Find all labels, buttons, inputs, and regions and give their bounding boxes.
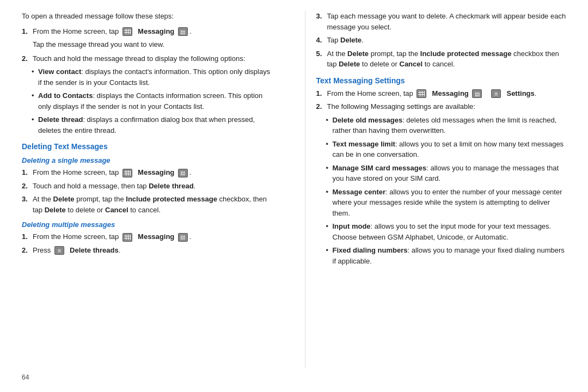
settings-menu-icon [491, 89, 501, 98]
bullet-view-contact: • View contact: displays the contact's i… [22, 66, 272, 88]
bullet-message-center-text: Message center: allows you to enter the … [333, 187, 567, 219]
two-column-layout: To open a threaded message follow these … [22, 11, 566, 368]
single-step-2-num: 2. [22, 181, 33, 192]
messaging-icon-2 [178, 169, 188, 177]
bullet-delete-thread: • Delete thread: displays a confirmation… [22, 114, 272, 136]
messaging-icon [178, 27, 188, 36]
deleting-text-messages-heading: Deleting Text Messages [22, 142, 272, 151]
messaging-icon-4 [472, 89, 482, 98]
intro-text: To open a threaded message follow these … [22, 11, 272, 22]
text-messaging-settings-heading: Text Messaging Settings [316, 76, 567, 85]
bullet-view-contact-text: View contact: displays the contact's inf… [38, 66, 272, 88]
grid-icon-2 [122, 169, 132, 177]
page: To open a threaded message follow these … [0, 0, 588, 392]
right-step-4: 4. Tap Delete. [316, 35, 567, 46]
messaging-icon-3 [178, 233, 188, 242]
single-step-1-num: 1. [22, 167, 33, 178]
bullet-dot: • [32, 66, 38, 88]
settings-step-2-content: The following Messaging settings are ava… [327, 101, 567, 112]
multiple-step-2-content: Press Delete threads. [33, 245, 272, 256]
bullet-fixed-dialing-text: Fixed dialing numbers: allows you to man… [333, 245, 567, 266]
bullet-message-center: • Message center: allows you to enter th… [316, 187, 567, 219]
bullet-sim-card: • Manage SIM card messages: allows you t… [316, 163, 567, 184]
settings-step-1-content: From the Home screen, tap Messaging Sett… [327, 88, 567, 99]
single-step-3: 3. At the Delete prompt, tap the Include… [22, 194, 272, 215]
step-1: 1. From the Home screen, tap Messaging . [22, 26, 272, 37]
bullet-input-mode: • Input mode: allows you to set the inpu… [316, 221, 567, 242]
grid-icon-4 [416, 89, 426, 98]
right-step-5-content: At the Delete prompt, tap the Include pr… [327, 48, 567, 70]
multiple-step-1-content: From the Home screen, tap Messaging . [33, 231, 272, 242]
multiple-step-2-num: 2. [22, 245, 33, 256]
bullet-dot: • [32, 90, 38, 112]
messaging-label: Messaging [138, 27, 174, 35]
bullet-text-limit-text: Text message limit: allows you to set a … [333, 139, 567, 160]
single-step-1-content: From the Home screen, tap Messaging . [33, 167, 272, 178]
bullet-fixed-dialing: • Fixed dialing numbers: allows you to m… [316, 245, 567, 266]
step-2-content: Touch and hold the message thread to dis… [33, 53, 272, 64]
multiple-step-1: 1. From the Home screen, tap Messaging . [22, 231, 272, 242]
step-2: 2. Touch and hold the message thread to … [22, 53, 272, 64]
right-column: 3. Tap each message you want to delete. … [305, 11, 567, 368]
right-step-5-num: 5. [316, 48, 327, 70]
multiple-step-2: 2. Press Delete threads. [22, 245, 272, 256]
deleting-multiple-subheading: Deleting multiple messages [22, 220, 272, 229]
bullet-sim-card-text: Manage SIM card messages: allows you to … [333, 163, 567, 184]
page-number: 64 [22, 373, 566, 381]
bullet-delete-old: • Delete old messages: deletes old messa… [316, 115, 567, 136]
settings-step-2: 2. The following Messaging settings are … [316, 101, 567, 112]
bullet-input-mode-text: Input mode: allows you to set the input … [333, 221, 567, 242]
right-step-4-content: Tap Delete. [327, 35, 567, 46]
left-column: To open a threaded message follow these … [22, 11, 283, 368]
single-step-3-num: 3. [22, 194, 33, 215]
single-step-3-content: At the Delete prompt, tap the Include pr… [33, 194, 272, 215]
deleting-single-subheading: Deleting a single message [22, 156, 272, 164]
step-1-content: From the Home screen, tap Messaging . [33, 26, 272, 37]
single-step-2: 2. Touch and hold a message, then tap De… [22, 181, 272, 192]
right-step-4-num: 4. [316, 35, 327, 46]
bullet-dot: • [32, 114, 38, 136]
single-step-1: 1. From the Home screen, tap Messaging . [22, 167, 272, 178]
bullet-delete-thread-text: Delete thread: displays a confirmation d… [38, 114, 272, 136]
bullet-dot: • [326, 139, 333, 160]
multiple-step-1-num: 1. [22, 231, 33, 242]
step-1-subline: Tap the message thread you want to view. [22, 39, 272, 50]
right-step-5: 5. At the Delete prompt, tap the Include… [316, 48, 567, 70]
step-1-num: 1. [22, 26, 33, 37]
bullet-text-limit: • Text message limit: allows you to set … [316, 139, 567, 160]
settings-step-2-num: 2. [316, 101, 327, 112]
bullet-add-contacts: • Add to Contacts: displays the Contacts… [22, 90, 272, 112]
settings-step-1: 1. From the Home screen, tap Messaging S… [316, 88, 567, 99]
single-step-2-content: Touch and hold a message, then tap Delet… [33, 181, 272, 192]
right-step-3-num: 3. [316, 11, 327, 32]
menu-icon [54, 246, 64, 255]
right-step-3: 3. Tap each message you want to delete. … [316, 11, 567, 32]
bullet-dot: • [326, 187, 333, 219]
grid-icon [122, 27, 132, 36]
bullet-add-contacts-text: Add to Contacts: displays the Contacts i… [38, 90, 272, 112]
bullet-dot: • [326, 221, 333, 242]
grid-icon-3 [122, 233, 132, 242]
bullet-delete-old-text: Delete old messages: deletes old message… [333, 115, 567, 136]
bullet-dot: • [326, 163, 333, 184]
step-2-num: 2. [22, 53, 33, 64]
right-step-3-content: Tap each message you want to delete. A c… [327, 11, 567, 32]
bullet-dot: • [326, 115, 333, 136]
bullet-dot: • [326, 245, 333, 266]
settings-step-1-num: 1. [316, 88, 327, 99]
